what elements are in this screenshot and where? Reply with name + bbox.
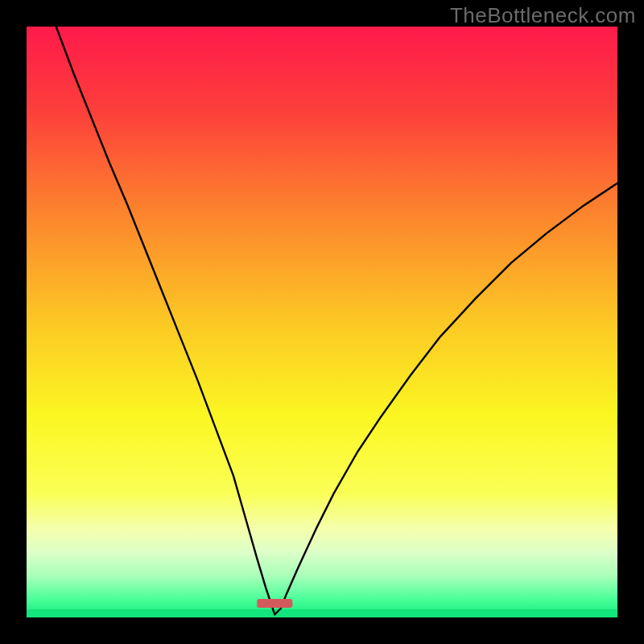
- plot-area: [27, 27, 617, 617]
- watermark-text: TheBottleneck.com: [450, 3, 636, 28]
- gradient-background: [27, 27, 617, 617]
- chart-svg: [27, 27, 617, 617]
- target-marker: [257, 599, 292, 608]
- chart-outer-frame: TheBottleneck.com: [0, 0, 644, 644]
- baseline-strip: [27, 609, 617, 617]
